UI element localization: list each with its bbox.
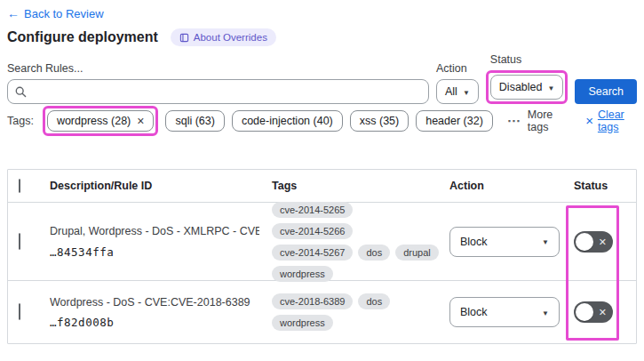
col-description: Description/Rule ID — [50, 180, 272, 192]
rule-tag: drupal — [395, 245, 439, 261]
title-row: Configure deployment About Overrides — [7, 28, 276, 46]
action-select-caret-icon: ▼ — [542, 238, 549, 246]
filter-row: Search Rules... Action All ▼ Status Disa… — [7, 53, 637, 104]
more-tags-button[interactable]: ⋯ More tags — [507, 108, 564, 133]
page-title: Configure deployment — [7, 29, 158, 45]
rule-id: …f82d008b — [50, 316, 259, 329]
status-annotation-highlight: Disabled ▼ — [486, 70, 568, 104]
table-header: Description/Rule ID Tags Action Status — [8, 170, 636, 203]
about-overrides-badge[interactable]: About Overrides — [171, 28, 276, 46]
tag-chip-label: header (32) — [425, 115, 483, 127]
table-row: Drupal, Wordpress - DoS - XMLRPC - CVE:C… — [8, 203, 636, 281]
action-select-caret-icon: ▼ — [542, 309, 549, 317]
action-label: Action — [436, 62, 479, 75]
search-button[interactable]: Search — [575, 79, 637, 104]
action-select[interactable]: Block ▼ — [449, 297, 560, 327]
search-rules-input[interactable] — [7, 79, 429, 104]
toggle-knob — [576, 303, 593, 321]
action-dropdown-value: All — [445, 85, 457, 98]
rule-tag: dos — [358, 293, 390, 309]
col-action: Action — [449, 180, 567, 192]
about-overrides-label: About Overrides — [194, 32, 267, 43]
search-group: Search Rules... — [7, 62, 429, 104]
status-dropdown[interactable]: Disabled ▼ — [490, 75, 564, 100]
overrides-doc-icon — [179, 33, 189, 43]
status-toggle[interactable]: ✕ — [574, 231, 613, 253]
tags-bar: Tags: wordpress (28) × sqli (63) code-in… — [7, 105, 637, 136]
rules-table: Description/Rule ID Tags Action Status D… — [7, 169, 637, 344]
tags-label: Tags: — [7, 115, 34, 127]
rule-tag: dos — [358, 245, 390, 261]
toggle-x-icon: ✕ — [599, 308, 607, 317]
tag-chip-code-injection[interactable]: code-injection (40) — [232, 110, 343, 132]
back-link-label: Back to Review — [24, 7, 104, 20]
col-status: Status — [567, 180, 636, 192]
action-caret-icon: ▼ — [463, 89, 470, 97]
rule-description: Drupal, Wordpress - DoS - XMLRPC - CVE:C… — [50, 224, 259, 238]
rule-tags: cve-2014-5265 cve-2014-5266 cve-2014-526… — [272, 202, 439, 282]
tag-chip-wordpress[interactable]: wordpress (28) × — [47, 110, 155, 132]
tag-chip-label: sqli (63) — [175, 115, 214, 127]
table-row: Wordpress - DoS - CVE:CVE-2018-6389 …f82… — [8, 281, 636, 343]
search-rules-label: Search Rules... — [7, 62, 429, 75]
toggle-x-icon: ✕ — [599, 237, 607, 246]
rule-tag: cve-2018-6389 — [272, 293, 353, 309]
row-checkbox[interactable] — [19, 233, 20, 250]
select-all-checkbox[interactable] — [19, 179, 20, 193]
action-dropdown[interactable]: All ▼ — [436, 79, 479, 104]
rule-tag: wordpress — [272, 315, 333, 331]
tag-chip-sqli[interactable]: sqli (63) — [165, 110, 224, 132]
rule-tags: cve-2018-6389 dos wordpress — [272, 293, 439, 331]
rule-description: Wordpress - DoS - CVE:CVE-2018-6389 — [50, 295, 259, 309]
tag-chip-label: code-injection (40) — [242, 115, 333, 127]
status-label: Status — [490, 53, 568, 66]
action-select-value: Block — [460, 306, 488, 318]
toggle-knob — [576, 233, 593, 251]
ellipsis-icon: ⋯ — [507, 113, 521, 129]
tag-chip-xss[interactable]: xss (35) — [350, 110, 409, 132]
action-select[interactable]: Block ▼ — [449, 227, 560, 257]
status-dropdown-value: Disabled — [499, 81, 543, 93]
clear-tags-x-icon: × — [585, 114, 593, 127]
tag-chip-header[interactable]: header (32) — [416, 110, 493, 132]
action-select-value: Block — [460, 236, 488, 248]
back-arrow-icon: ← — [7, 6, 20, 20]
tag-chip-label: xss (35) — [360, 115, 399, 127]
rule-tag: cve-2014-5265 — [272, 202, 353, 218]
status-toggle[interactable]: ✕ — [574, 301, 613, 323]
tag-chip-wordpress-label: wordpress (28) — [57, 115, 131, 127]
back-link[interactable]: ← Back to Review — [7, 6, 104, 20]
status-caret-icon: ▼ — [547, 84, 554, 92]
rule-tag: wordpress — [272, 266, 333, 282]
rule-tag: cve-2014-5266 — [272, 223, 353, 239]
remove-tag-icon[interactable]: × — [137, 115, 144, 127]
clear-tags-button[interactable]: × Clear tags — [585, 108, 637, 133]
col-tags: Tags — [272, 180, 449, 192]
action-group: Action All ▼ — [436, 62, 479, 104]
more-tags-label: More tags — [528, 108, 564, 133]
clear-tags-label: Clear tags — [598, 108, 637, 133]
row-checkbox[interactable] — [19, 303, 20, 320]
status-group: Status Disabled ▼ — [486, 53, 568, 104]
wordpress-tag-annotation-highlight: wordpress (28) × — [43, 106, 159, 136]
rule-id: …84534ffa — [50, 245, 259, 259]
search-icon — [15, 85, 27, 101]
rule-tag: cve-2014-5267 — [272, 245, 353, 261]
